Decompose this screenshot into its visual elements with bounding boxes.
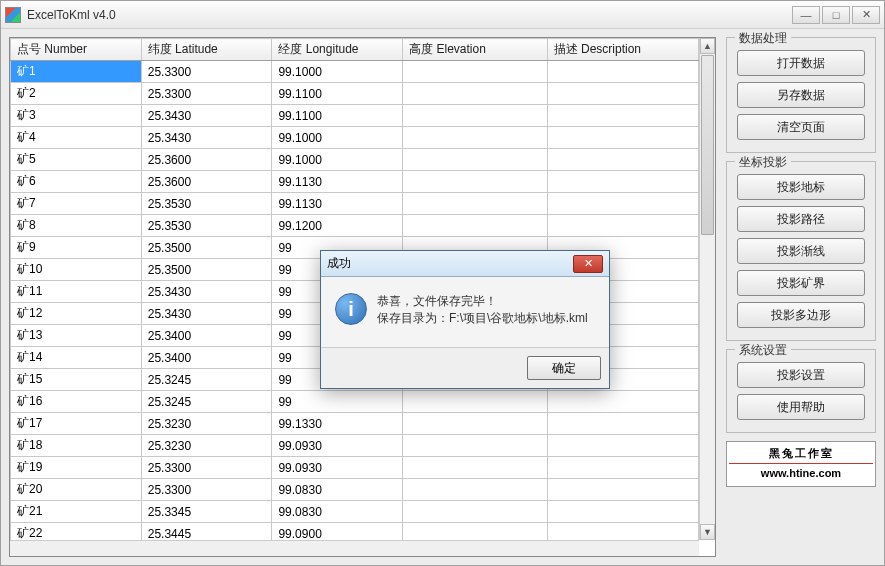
- title-bar[interactable]: ExcelToKml v4.0 — □ ✕: [1, 1, 884, 29]
- cell-desc[interactable]: [547, 193, 698, 215]
- cell-desc[interactable]: [547, 105, 698, 127]
- cell-elev[interactable]: [403, 523, 547, 541]
- col-longitude[interactable]: 经度 Longitude: [272, 39, 403, 61]
- col-number[interactable]: 点号 Number: [11, 39, 142, 61]
- cell-lon[interactable]: 99.1330: [272, 413, 403, 435]
- table-row[interactable]: 矿1725.323099.1330: [11, 413, 699, 435]
- horizontal-scrollbar[interactable]: [10, 540, 699, 556]
- cell-num[interactable]: 矿20: [11, 479, 142, 501]
- minimize-button[interactable]: —: [792, 6, 820, 24]
- cell-lon[interactable]: 99.1200: [272, 215, 403, 237]
- cell-lon[interactable]: 99.0830: [272, 479, 403, 501]
- cell-num[interactable]: 矿13: [11, 325, 142, 347]
- cell-elev[interactable]: [403, 413, 547, 435]
- cell-elev[interactable]: [403, 105, 547, 127]
- table-row[interactable]: 矿825.353099.1200: [11, 215, 699, 237]
- cell-num[interactable]: 矿22: [11, 523, 142, 541]
- cell-num[interactable]: 矿21: [11, 501, 142, 523]
- cell-lat[interactable]: 25.3430: [141, 105, 272, 127]
- cell-lon[interactable]: 99.1130: [272, 171, 403, 193]
- cell-lat[interactable]: 25.3500: [141, 237, 272, 259]
- cell-lat[interactable]: 25.3245: [141, 391, 272, 413]
- cell-num[interactable]: 矿8: [11, 215, 142, 237]
- cell-num[interactable]: 矿12: [11, 303, 142, 325]
- cell-desc[interactable]: [547, 457, 698, 479]
- table-row[interactable]: 矿425.343099.1000: [11, 127, 699, 149]
- cell-desc[interactable]: [547, 523, 698, 541]
- cell-elev[interactable]: [403, 479, 547, 501]
- cell-lat[interactable]: 25.3300: [141, 61, 272, 83]
- cell-elev[interactable]: [403, 127, 547, 149]
- cell-desc[interactable]: [547, 413, 698, 435]
- project-path-button[interactable]: 投影路径: [737, 206, 865, 232]
- project-polygon-button[interactable]: 投影多边形: [737, 302, 865, 328]
- cell-lon[interactable]: 99.1100: [272, 105, 403, 127]
- cell-lat[interactable]: 25.3300: [141, 479, 272, 501]
- cell-lat[interactable]: 25.3400: [141, 325, 272, 347]
- cell-desc[interactable]: [547, 435, 698, 457]
- maximize-button[interactable]: □: [822, 6, 850, 24]
- cell-desc[interactable]: [547, 149, 698, 171]
- cell-lat[interactable]: 25.3600: [141, 149, 272, 171]
- project-landmark-button[interactable]: 投影地标: [737, 174, 865, 200]
- cell-lat[interactable]: 25.3245: [141, 369, 272, 391]
- cell-lon[interactable]: 99.1000: [272, 61, 403, 83]
- table-row[interactable]: 矿2025.330099.0830: [11, 479, 699, 501]
- col-description[interactable]: 描述 Description: [547, 39, 698, 61]
- cell-lon[interactable]: 99.0930: [272, 435, 403, 457]
- cell-elev[interactable]: [403, 149, 547, 171]
- cell-elev[interactable]: [403, 391, 547, 413]
- cell-lat[interactable]: 25.3430: [141, 303, 272, 325]
- cell-elev[interactable]: [403, 501, 547, 523]
- table-row[interactable]: 矿525.360099.1000: [11, 149, 699, 171]
- table-row[interactable]: 矿625.360099.1130: [11, 171, 699, 193]
- project-boundary-button[interactable]: 投影矿界: [737, 270, 865, 296]
- projection-settings-button[interactable]: 投影设置: [737, 362, 865, 388]
- cell-desc[interactable]: [547, 479, 698, 501]
- dialog-titlebar[interactable]: 成功 ✕: [321, 251, 609, 277]
- table-row[interactable]: 矿725.353099.1130: [11, 193, 699, 215]
- cell-lon[interactable]: 99.0900: [272, 523, 403, 541]
- cell-num[interactable]: 矿3: [11, 105, 142, 127]
- col-latitude[interactable]: 纬度 Latitude: [141, 39, 272, 61]
- col-elevation[interactable]: 高度 Elevation: [403, 39, 547, 61]
- vertical-scrollbar[interactable]: ▲ ▼: [699, 38, 715, 540]
- cell-elev[interactable]: [403, 457, 547, 479]
- cell-desc[interactable]: [547, 83, 698, 105]
- cell-num[interactable]: 矿11: [11, 281, 142, 303]
- cell-lat[interactable]: 25.3300: [141, 457, 272, 479]
- cell-num[interactable]: 矿15: [11, 369, 142, 391]
- table-row[interactable]: 矿225.330099.1100: [11, 83, 699, 105]
- cell-num[interactable]: 矿5: [11, 149, 142, 171]
- cell-num[interactable]: 矿2: [11, 83, 142, 105]
- cell-lon[interactable]: 99.1130: [272, 193, 403, 215]
- cell-lon[interactable]: 99.1100: [272, 83, 403, 105]
- table-row[interactable]: 矿2125.334599.0830: [11, 501, 699, 523]
- cell-lat[interactable]: 25.3345: [141, 501, 272, 523]
- table-row[interactable]: 矿1825.323099.0930: [11, 435, 699, 457]
- cell-lat[interactable]: 25.3500: [141, 259, 272, 281]
- cell-elev[interactable]: [403, 171, 547, 193]
- cell-lat[interactable]: 25.3230: [141, 413, 272, 435]
- cell-lat[interactable]: 25.3600: [141, 171, 272, 193]
- clear-page-button[interactable]: 清空页面: [737, 114, 865, 140]
- cell-lon[interactable]: 99.0930: [272, 457, 403, 479]
- cell-desc[interactable]: [547, 501, 698, 523]
- cell-num[interactable]: 矿4: [11, 127, 142, 149]
- cell-lon[interactable]: 99.0830: [272, 501, 403, 523]
- cell-num[interactable]: 矿17: [11, 413, 142, 435]
- help-button[interactable]: 使用帮助: [737, 394, 865, 420]
- cell-num[interactable]: 矿18: [11, 435, 142, 457]
- cell-lon[interactable]: 99.1000: [272, 127, 403, 149]
- project-gradient-button[interactable]: 投影渐线: [737, 238, 865, 264]
- cell-lat[interactable]: 25.3230: [141, 435, 272, 457]
- cell-lat[interactable]: 25.3530: [141, 215, 272, 237]
- cell-desc[interactable]: [547, 127, 698, 149]
- dialog-ok-button[interactable]: 确定: [527, 356, 601, 380]
- scroll-down-arrow[interactable]: ▼: [700, 524, 715, 540]
- cell-desc[interactable]: [547, 215, 698, 237]
- cell-lat[interactable]: 25.3430: [141, 127, 272, 149]
- table-row[interactable]: 矿2225.344599.0900: [11, 523, 699, 541]
- table-row[interactable]: 矿325.343099.1100: [11, 105, 699, 127]
- cell-num[interactable]: 矿7: [11, 193, 142, 215]
